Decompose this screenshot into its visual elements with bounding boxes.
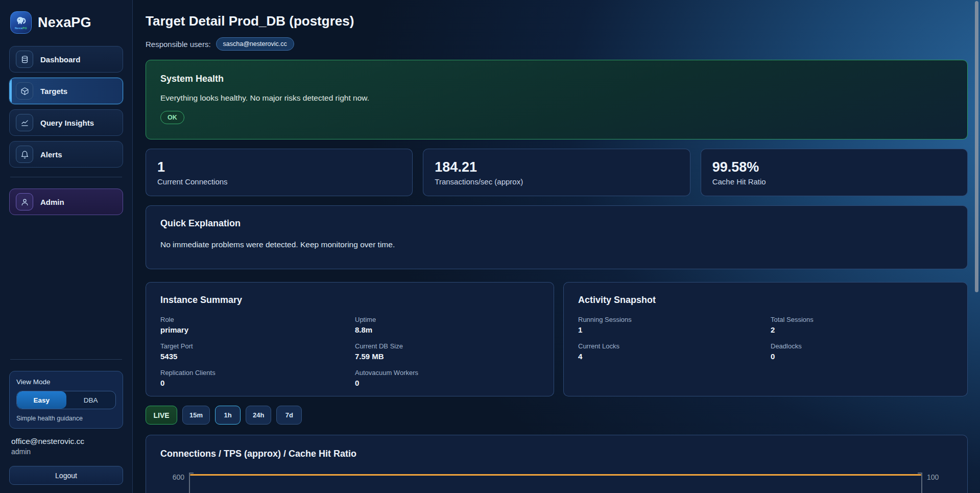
metrics-row: 1 Current Connections 184.21 Transaction… (146, 149, 968, 196)
sidebar-item-targets[interactable]: Targets (9, 78, 123, 104)
left-axis-tick (190, 473, 194, 474)
metric-cache-hit-ratio: 99.58% Cache Hit Ratio (701, 149, 968, 196)
logo-wordmark: NexaPG (15, 27, 27, 30)
connections-tps-chart-card: Connections / TPS (approx) / Cache Hit R… (146, 435, 968, 493)
sidebar-item-query-insights[interactable]: Query Insights (9, 109, 123, 136)
field-uptime: Uptime 8.8m (355, 316, 539, 334)
activity-snapshot-grid: Running Sessions 1 Total Sessions 2 Curr… (578, 316, 953, 361)
app-title: NexaPG (38, 15, 91, 31)
view-mode-option-dba[interactable]: DBA (66, 391, 116, 409)
user-info: office@nesterovic.cc admin (11, 437, 121, 456)
activity-snapshot-card: Activity Snapshot Running Sessions 1 Tot… (563, 282, 968, 396)
view-mode-caption: Simple health guidance (16, 415, 116, 422)
metric-label: Cache Hit Ratio (712, 177, 956, 186)
field-running-sessions: Running Sessions 1 (578, 316, 760, 334)
database-icon (16, 51, 33, 68)
view-mode-toggle: Easy DBA (16, 391, 116, 409)
metric-label: Transactions/sec (approx) (435, 177, 678, 186)
chart-title: Connections / TPS (approx) / Cache Hit R… (160, 449, 953, 459)
nexapg-elephant-logo-icon: NexaPG (10, 11, 32, 34)
health-status-badge: OK (160, 111, 184, 124)
view-mode-option-easy[interactable]: Easy (17, 391, 66, 409)
person-icon (16, 193, 33, 210)
instance-summary-card: Instance Summary Role primary Uptime 8.8… (146, 282, 554, 396)
brand: NexaPG NexaPG (10, 11, 122, 34)
bell-icon (16, 146, 33, 163)
cache-hit-ratio-line (190, 474, 921, 476)
responsible-users-label: Responsible users: (146, 40, 211, 49)
metric-transactions-per-sec: 184.21 Transactions/sec (approx) (423, 149, 690, 196)
main-content: Target Detail Prod_DB (postgres) Respons… (133, 0, 980, 493)
page-title: Target Detail Prod_DB (postgres) (146, 13, 968, 29)
range-button-15m[interactable]: 15m (182, 406, 210, 425)
chart-line-icon (16, 114, 33, 131)
instance-summary-title: Instance Summary (160, 295, 539, 306)
sidebar-item-label: Query Insights (40, 119, 94, 127)
instance-summary-grid: Role primary Uptime 8.8m Target Port 543… (160, 316, 539, 387)
metric-label: Current Connections (157, 177, 401, 186)
range-button-1h[interactable]: 1h (215, 406, 241, 425)
sidebar-spacer (9, 220, 123, 355)
field-role: Role primary (160, 316, 345, 334)
sidebar-item-label: Dashboard (40, 55, 80, 64)
view-mode-label: View Mode (16, 378, 116, 386)
left-axis-label: 600 (160, 473, 189, 493)
time-range-row: LIVE 15m 1h 24h 7d (146, 406, 968, 425)
live-button[interactable]: LIVE (146, 406, 177, 425)
quick-explanation-title: Quick Explanation (160, 218, 953, 229)
field-current-locks: Current Locks 4 (578, 342, 760, 361)
quick-explanation-message: No immediate problems were detected. Kee… (160, 240, 953, 249)
summary-row: Instance Summary Role primary Uptime 8.8… (146, 282, 968, 396)
metric-value: 184.21 (435, 159, 678, 176)
metric-value: 1 (157, 159, 401, 176)
responsible-user-badge[interactable]: sascha@nesterovic.cc (216, 37, 294, 51)
right-axis-tick (918, 473, 921, 474)
system-health-message: Everything looks healthy. No major risks… (160, 93, 953, 103)
view-mode-panel: View Mode Easy DBA Simple health guidanc… (9, 371, 123, 429)
sidebar: NexaPG NexaPG Dashboard (0, 0, 133, 493)
sidebar-item-admin[interactable]: Admin (9, 189, 123, 215)
field-replication-clients: Replication Clients 0 (160, 369, 345, 387)
sidebar-item-alerts[interactable]: Alerts (9, 141, 123, 168)
system-health-title: System Health (160, 74, 953, 84)
metric-value: 99.58% (712, 159, 956, 176)
logout-button[interactable]: Logout (9, 466, 123, 485)
field-deadlocks: Deadlocks 0 (771, 342, 953, 361)
sidebar-divider (10, 177, 122, 177)
field-current-db-size: Current DB Size 7.59 MB (355, 342, 539, 361)
right-axis-label: 100 (922, 473, 953, 493)
sidebar-item-label: Admin (40, 198, 64, 206)
field-target-port: Target Port 5435 (160, 342, 345, 361)
sidebar-item-dashboard[interactable]: Dashboard (9, 46, 123, 73)
sidebar-divider-bottom (10, 359, 122, 360)
metric-current-connections: 1 Current Connections (146, 149, 413, 196)
responsible-users-row: Responsible users: sascha@nesterovic.cc (146, 37, 968, 51)
user-role: admin (11, 448, 121, 456)
sidebar-item-label: Alerts (40, 150, 62, 159)
scrollbar-track (973, 0, 980, 493)
field-autovacuum-workers: Autovacuum Workers 0 (355, 369, 539, 387)
activity-snapshot-title: Activity Snapshot (578, 295, 953, 306)
range-button-7d[interactable]: 7d (276, 406, 302, 425)
user-email: office@nesterovic.cc (11, 437, 121, 446)
chart-plot: 600 100 (160, 473, 953, 493)
cube-icon (16, 82, 33, 100)
field-total-sessions: Total Sessions 2 (771, 316, 953, 334)
sidebar-item-label: Targets (40, 87, 67, 96)
scrollbar-thumb[interactable] (975, 1, 978, 292)
system-health-card: System Health Everything looks healthy. … (146, 60, 968, 139)
app-root: NexaPG NexaPG Dashboard (0, 0, 980, 493)
plot-area (189, 473, 922, 493)
quick-explanation-card: Quick Explanation No immediate problems … (146, 205, 968, 269)
range-button-24h[interactable]: 24h (246, 406, 271, 425)
